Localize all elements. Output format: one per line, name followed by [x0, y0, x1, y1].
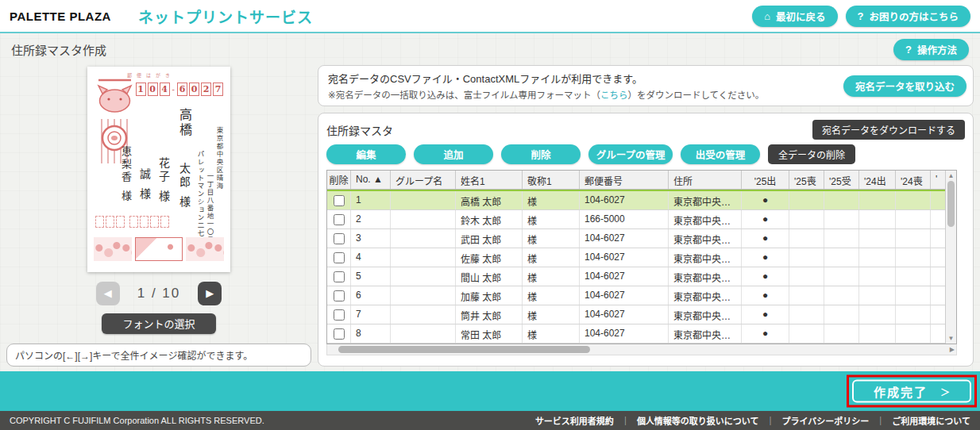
format-download-link[interactable]: こちら: [600, 90, 628, 100]
next-arrow-icon: ▶: [206, 287, 214, 299]
table-row[interactable]: 4 佐藤 太郎 様 104-6027 東京都中央… ●: [327, 248, 945, 267]
col-header-24mourning[interactable]: '24喪: [896, 171, 931, 189]
scroll-down-icon[interactable]: ▼: [946, 333, 956, 344]
row-checkbox[interactable]: [334, 290, 345, 301]
recipient-family-name: 高橋: [177, 108, 192, 138]
cell-25mourning: [789, 210, 824, 228]
col-header-honorific[interactable]: 敬称1: [523, 171, 580, 189]
col-header-name[interactable]: 姓名1: [456, 171, 523, 189]
cell-24out: [859, 248, 896, 267]
cell-24out: [859, 229, 896, 248]
cell-address: 東京都中央…: [669, 286, 742, 305]
col-header-no[interactable]: No. ▲: [351, 171, 391, 189]
cell-honorific: 様: [523, 210, 580, 228]
row-checkbox[interactable]: [334, 309, 345, 321]
col-header-zip[interactable]: 郵便番号: [580, 171, 669, 189]
complete-button[interactable]: 作成完了 ＞: [852, 380, 971, 403]
cell-group: [391, 267, 456, 286]
table-row[interactable]: 5 間山 太郎 様 104-6027 東京都中央… ●: [327, 267, 945, 286]
col-header-25out[interactable]: '25出: [742, 171, 789, 189]
horizontal-scrollbar[interactable]: ◀ ▶: [326, 344, 957, 355]
cell-honorific: 様: [523, 286, 580, 305]
delete-all-button[interactable]: 全データの削除: [768, 144, 855, 164]
cell-honorific: 様: [523, 248, 580, 267]
cell-25out: ●: [742, 267, 789, 286]
master-pane: 宛名データのCSVファイル・ContactXMLファイルが利用できます。 ※宛名…: [318, 65, 974, 367]
cell-24out: [859, 210, 896, 228]
prev-arrow-icon: ◀: [104, 287, 112, 299]
cell-no: 7: [351, 305, 391, 324]
table-row[interactable]: 2 鈴木 太郎 様 166-5000 東京都中央… ●: [327, 210, 945, 229]
cell-24mourning: [896, 229, 931, 248]
cell-zip: 104-6027: [580, 267, 669, 286]
row-checkbox[interactable]: [334, 214, 345, 225]
col-header-group[interactable]: グループ名: [391, 171, 456, 189]
table-row[interactable]: 8 常田 太郎 様 104-6027 東京都中央… ●: [327, 324, 945, 344]
prev-page-button[interactable]: ◀: [96, 282, 120, 305]
row-checkbox[interactable]: [334, 271, 345, 282]
help-button-label: お困りの方はこちら: [869, 9, 959, 24]
howto-button[interactable]: ? 操作方法: [893, 39, 969, 60]
postal-code-boxes: 1 0 4 - 6 0 2 7: [136, 83, 223, 96]
cell-24mourning: [896, 305, 931, 324]
col-header-24out[interactable]: '24出: [859, 171, 896, 189]
row-checkbox[interactable]: [334, 252, 345, 263]
cell-24out: [859, 191, 896, 209]
cell-honorific: 様: [523, 191, 580, 209]
table-row[interactable]: 3 武田 太郎 様 104-6027 東京都中央… ●: [327, 229, 945, 248]
group-manage-button[interactable]: グループの管理: [588, 144, 673, 164]
import-data-button[interactable]: 宛名データを取り込む: [843, 75, 966, 97]
add-button[interactable]: 追加: [414, 144, 493, 164]
table-row[interactable]: 1 高橋 太郎 様 104-6027 東京都中央… ●: [327, 190, 945, 210]
font-select-button[interactable]: フォントの選択: [102, 313, 215, 334]
cell-address: 東京都中央…: [669, 210, 742, 228]
row-checkbox[interactable]: [334, 233, 345, 244]
scroll-right-icon[interactable]: ▶: [950, 344, 955, 355]
row-checkbox[interactable]: [334, 328, 345, 340]
cell-25received: [824, 267, 859, 286]
vertical-scrollbar[interactable]: ▲ ▼: [945, 171, 956, 344]
col-header-delete[interactable]: 削除: [327, 171, 351, 189]
col-header-25received[interactable]: '25受: [824, 171, 859, 189]
download-data-button[interactable]: 宛名データをダウンロードする: [812, 120, 965, 140]
delete-button[interactable]: 削除: [501, 144, 581, 164]
row-checkbox[interactable]: [334, 195, 345, 206]
scroll-up-icon[interactable]: ▲: [946, 171, 956, 181]
vertical-scrollbar-thumb[interactable]: [947, 181, 955, 227]
page-indicator: 1 / 10: [137, 286, 181, 301]
footer-link-privacy[interactable]: プライバシーポリシー: [782, 414, 870, 427]
cell-clipped: [931, 324, 945, 343]
cell-clipped: [931, 248, 945, 267]
next-page-button[interactable]: ▶: [198, 282, 222, 305]
footer-link-personal-info[interactable]: 個人情報等の取り扱いについて: [637, 414, 759, 427]
import-info-line2: ※宛名データの一括取り込みは、富士フイルム専用フォーマット（こちら）をダウンロー…: [328, 88, 764, 101]
help-button[interactable]: ? お困りの方はこちら: [846, 6, 970, 27]
footer-link-terms[interactable]: サービス利用者規約: [535, 414, 614, 427]
cell-25out: ●: [742, 305, 789, 324]
cell-no: 2: [351, 210, 391, 228]
cell-25received: [824, 248, 859, 267]
import-info-line2-suffix: ）をダウンロードしてください。: [627, 90, 764, 100]
footer-separator: ｜: [766, 414, 775, 427]
postal-digit: 2: [201, 83, 211, 96]
cell-no: 6: [351, 286, 391, 305]
action-bar: 作成完了 ＞: [0, 371, 980, 411]
table-row[interactable]: 6 加藤 太郎 様 104-6027 東京都中央… ●: [327, 286, 945, 305]
brand-logo: PALETTE PLAZA: [10, 10, 111, 23]
home-icon: ⌂: [764, 10, 770, 22]
horizontal-scrollbar-thumb[interactable]: [338, 346, 590, 353]
cell-25out: ●: [742, 229, 789, 248]
cell-no: 5: [351, 267, 391, 286]
cell-25received: [824, 210, 859, 228]
cell-25received: [824, 286, 859, 305]
home-button[interactable]: ⌂ 最初に戻る: [752, 6, 837, 27]
footer-links: サービス利用者規約 ｜ 個人情報等の取り扱いについて ｜ プライバシーポリシー …: [535, 414, 970, 427]
edit-button[interactable]: 編集: [326, 144, 406, 164]
inout-manage-button[interactable]: 出受の管理: [681, 144, 760, 164]
col-header-clipped[interactable]: ': [931, 171, 945, 189]
table-row[interactable]: 7 筒井 太郎 様 104-6027 東京都中央… ●: [327, 305, 945, 324]
cell-no: 8: [351, 324, 391, 343]
footer-link-environment[interactable]: ご利用環境について: [892, 414, 970, 427]
col-header-address[interactable]: 住所: [669, 171, 742, 189]
col-header-25mourning[interactable]: '25喪: [789, 171, 824, 189]
